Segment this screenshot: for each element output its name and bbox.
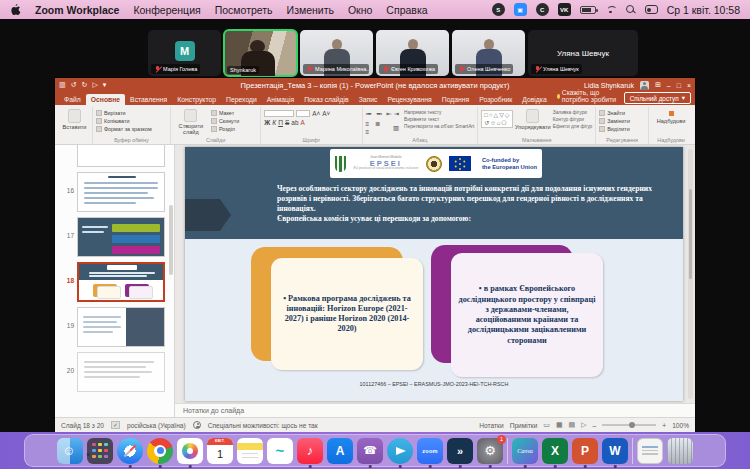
safari-icon[interactable] <box>117 438 143 464</box>
customize-qat-caret[interactable]: ▾ <box>103 81 107 89</box>
notes-icon[interactable] <box>237 438 263 464</box>
slide-thumbnail-18-selected[interactable] <box>77 262 165 302</box>
close-button[interactable]: × <box>687 82 691 89</box>
tab-review[interactable]: Рецензування <box>382 94 436 105</box>
font-size-box[interactable] <box>296 110 310 117</box>
slide-thumbnail-19[interactable] <box>77 307 165 347</box>
save-button[interactable]: ▥ <box>59 81 66 89</box>
shape-outline-button[interactable]: Контур фігури <box>553 117 592 122</box>
reading-view-button[interactable]: ▤ <box>569 421 576 429</box>
canva-icon[interactable]: Canva <box>512 438 538 464</box>
redo-button[interactable]: ↻ <box>82 81 88 89</box>
zoom-camera-status-icon[interactable]: ▣ <box>514 3 527 16</box>
layout-button[interactable]: Макет <box>211 110 239 116</box>
tab-file[interactable]: Файл <box>59 94 86 105</box>
viber-icon[interactable]: ☎ <box>357 438 383 464</box>
section-button[interactable]: Розділ <box>211 126 239 132</box>
tab-help[interactable]: Довідка <box>517 94 551 105</box>
menu-view[interactable]: Посмотреть <box>215 4 273 16</box>
comments-toggle[interactable]: Примітки <box>510 422 538 429</box>
slide-thumbnail-16[interactable] <box>77 172 165 212</box>
copy-button[interactable]: Копіювати <box>96 118 152 124</box>
addins-button[interactable]: Надбудови <box>652 108 690 135</box>
language-indicator[interactable]: російська (Україна) <box>127 422 186 429</box>
maximize-button[interactable]: □ <box>677 82 681 89</box>
music-icon[interactable]: ♪ <box>297 438 323 464</box>
format-painter-button[interactable]: Формат за зразком <box>96 126 152 132</box>
telegram-icon[interactable] <box>387 438 413 464</box>
slide-thumbnail-partial[interactable] <box>77 145 165 167</box>
tab-view[interactable]: Подання <box>437 94 474 105</box>
zoom-out-button[interactable]: – <box>593 422 597 429</box>
zoom-app-icon[interactable]: zoom <box>417 438 443 464</box>
tab-record[interactable]: Запис <box>354 94 383 105</box>
shape-effects-button[interactable]: Ефекти для фігур <box>553 124 592 129</box>
shrink-font-button[interactable]: A˅ <box>322 110 330 117</box>
participant-tile[interactable]: Євген Кривохижа <box>376 30 449 76</box>
notes-pane[interactable]: Нотатки до слайда <box>175 403 695 417</box>
replace-button[interactable]: Замінити <box>599 118 630 124</box>
align-text-button[interactable]: Вирівняти текст <box>404 117 474 122</box>
tab-slideshow[interactable]: Показ слайдів <box>299 94 354 105</box>
photos-icon[interactable] <box>177 438 203 464</box>
cut-button[interactable]: Вирізати <box>96 110 152 116</box>
text-shadow-button[interactable]: ab <box>291 119 298 126</box>
account-avatar[interactable] <box>640 81 649 90</box>
canvas-scrollbar[interactable] <box>688 149 693 399</box>
menu-window[interactable]: Окно <box>348 4 372 16</box>
underline-button[interactable]: П <box>278 119 283 126</box>
convert-smartart-button[interactable]: Перетворити на об'єкт SmartArt <box>404 124 474 129</box>
freeform-icon[interactable]: ~ <box>267 438 293 464</box>
reset-button[interactable]: Скинути <box>211 118 239 124</box>
italic-button[interactable]: К <box>272 119 276 126</box>
current-slide[interactable]: Jean Monnet Module EPSEI EU practices of… <box>185 147 683 401</box>
font-color-button[interactable]: А <box>300 119 304 126</box>
numbering-button[interactable]: ≕ <box>376 110 384 118</box>
grow-font-button[interactable]: A˄ <box>312 110 320 117</box>
tab-insert[interactable]: Вставлення <box>125 94 172 105</box>
share-button[interactable]: Спільний доступ▾ <box>624 92 691 104</box>
minimized-document-icon[interactable] <box>637 438 663 464</box>
tab-design[interactable]: Конструктор <box>172 94 221 105</box>
menu-edit[interactable]: Изменить <box>287 4 334 16</box>
participant-tile-active-speaker[interactable]: Shynkaruk <box>224 30 297 76</box>
menu-app-name[interactable]: Zoom Workplace <box>35 4 119 16</box>
tab-animations[interactable]: Анімація <box>262 94 299 105</box>
menu-conference[interactable]: Конференция <box>133 4 200 16</box>
menu-help[interactable]: Справка <box>386 4 427 16</box>
finder-icon[interactable]: ☺ <box>57 438 83 464</box>
text-direction-button[interactable]: Напрямок тексту <box>404 110 474 115</box>
share-app-icon[interactable]: » <box>447 438 473 464</box>
wifi-icon[interactable] <box>605 5 617 15</box>
participant-tile[interactable]: Уляна Шевчук Уляна Шевчук <box>528 30 638 76</box>
powerpoint-icon[interactable]: P <box>572 438 598 464</box>
spotlight-search-icon[interactable] <box>626 5 636 15</box>
font-name-box[interactable] <box>264 110 294 117</box>
participant-tile[interactable]: Олена Шевченко <box>452 30 525 76</box>
account-name[interactable]: Lidia Shynkaruk <box>584 82 634 89</box>
arrange-button[interactable]: Упорядкувати <box>516 108 550 135</box>
status-app-icon[interactable]: S <box>492 3 505 16</box>
zoom-level[interactable]: 100% <box>672 422 689 429</box>
tab-home[interactable]: Основне <box>86 94 125 105</box>
shapes-gallery[interactable]: □○△▽◇↺☆⌂⎔ <box>481 110 513 128</box>
word-icon[interactable]: W <box>602 438 628 464</box>
calendar-icon[interactable]: КВІТ.1 <box>207 438 233 464</box>
chrome-icon[interactable] <box>147 438 173 464</box>
system-settings-icon[interactable]: ⚙1 <box>477 438 503 464</box>
slide-thumbnail-17[interactable] <box>77 217 165 257</box>
apple-menu-icon[interactable] <box>10 3 21 16</box>
zoom-in-button[interactable]: + <box>662 422 666 429</box>
slide-sorter-view-button[interactable]: ▦ <box>556 421 563 429</box>
clock-app-status-icon[interactable]: C <box>536 3 549 16</box>
indent-buttons[interactable]: ⇤⇥ <box>386 110 401 118</box>
columns-button[interactable]: ▥ <box>393 124 401 132</box>
zoom-slider[interactable] <box>602 424 656 426</box>
strikethrough-button[interactable]: S <box>285 119 289 126</box>
menu-clock[interactable]: Ср 1 квіт. 10:58 <box>667 4 740 16</box>
spellcheck-icon[interactable]: ✓ <box>111 421 120 429</box>
bold-button[interactable]: Ж <box>264 119 270 126</box>
tab-developer[interactable]: Розробник <box>474 94 517 105</box>
launchpad-icon[interactable] <box>87 438 113 464</box>
tell-me-box[interactable]: Скажіть, що потрібно зробити <box>552 89 624 105</box>
